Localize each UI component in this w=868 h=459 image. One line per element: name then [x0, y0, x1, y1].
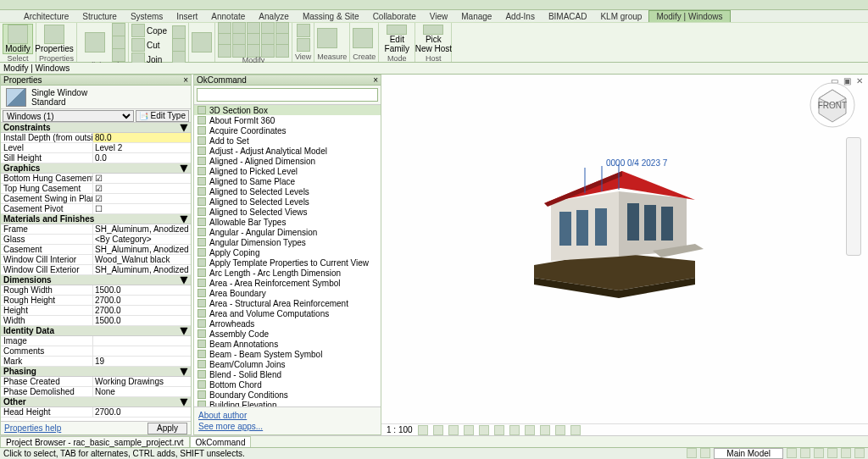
create-icon[interactable]: [353, 28, 373, 48]
prop-category[interactable]: Identity Data⯆: [1, 326, 191, 336]
command-item[interactable]: Beam - Beam System Symbol: [194, 349, 381, 359]
menu-klm-group[interactable]: KLM group: [593, 11, 648, 22]
close-icon[interactable]: ×: [183, 75, 188, 85]
command-item[interactable]: Angular Dimension Types: [194, 237, 381, 247]
menu-add-ins[interactable]: Add-Ins: [498, 11, 541, 22]
prop-category[interactable]: Materials and Finishes⯆: [1, 214, 191, 224]
command-item[interactable]: Building Elevation: [194, 400, 381, 407]
menu-systems[interactable]: Systems: [124, 11, 170, 22]
command-item[interactable]: Allowable Bar Types: [194, 217, 381, 227]
match[interactable]: [112, 49, 125, 61]
prop-row[interactable]: Height2700.0: [1, 306, 191, 316]
prop-row[interactable]: Image: [1, 336, 191, 346]
paste-tool[interactable]: [80, 27, 110, 58]
command-item[interactable]: Area - Area Reinforcement Symbol: [194, 278, 381, 288]
command-item[interactable]: Aligned - Aligned Dimension: [194, 156, 381, 166]
pick-new-host-button[interactable]: Pick New Host: [418, 24, 448, 54]
command-item[interactable]: Arc Length - Arc Length Dimension: [194, 268, 381, 278]
tab-project-browser[interactable]: Project Browser - rac_basic_sample_proje…: [0, 436, 190, 447]
command-item[interactable]: Aligned to Selected Levels: [194, 186, 381, 196]
prop-row[interactable]: Casement Swing in Plan☑: [1, 194, 191, 204]
command-item[interactable]: Beam Annotations: [194, 339, 381, 349]
menu-view[interactable]: View: [423, 11, 455, 22]
command-item[interactable]: Aligned to Selected Views: [194, 207, 381, 217]
prop-category[interactable]: Dimensions⯆: [1, 275, 191, 285]
menu-modify-windows[interactable]: Modify | Windows: [648, 10, 730, 23]
command-item[interactable]: Apply Coping: [194, 247, 381, 257]
prop-row[interactable]: Mark19: [1, 357, 191, 367]
menubar[interactable]: ArchitectureStructureSystemsInsertAnnota…: [0, 10, 868, 22]
command-item[interactable]: Adjust - Adjust Analytical Model: [194, 146, 381, 156]
prop-row[interactable]: LevelLevel 2: [1, 143, 191, 153]
apply-button[interactable]: Apply: [147, 423, 187, 434]
menu-architecture[interactable]: Architecture: [17, 11, 75, 22]
command-list[interactable]: 3D Section BoxAbout FormIt 360Acquire Co…: [194, 104, 381, 407]
prop-row[interactable]: Window Cill ExteriorSH_Aluminum, Anodize…: [1, 265, 191, 275]
command-item[interactable]: Area and Volume Computations: [194, 308, 381, 318]
edit-family-button[interactable]: Edit Family: [381, 24, 412, 54]
building-model[interactable]: 0000 0/4 2023 7: [526, 142, 712, 303]
menu-insert[interactable]: Insert: [170, 11, 204, 22]
prop-row[interactable]: Top Hung Casement☑: [1, 184, 191, 194]
cut-clip[interactable]: [112, 24, 125, 36]
command-item[interactable]: Bottom Chord: [194, 379, 381, 390]
prop-category[interactable]: Graphics⯆: [1, 163, 191, 174]
cope-icon[interactable]: [131, 24, 145, 37]
menu-collaborate[interactable]: Collaborate: [366, 11, 423, 22]
command-item[interactable]: Area Boundary: [194, 288, 381, 298]
prop-row[interactable]: Rough Width1500.0: [1, 285, 191, 296]
prop-row[interactable]: CasementSH_Aluminum, Anodized Black: [1, 245, 191, 255]
command-item[interactable]: Boundary Conditions: [194, 390, 381, 400]
prop-row[interactable]: Sill Height0.0: [1, 153, 191, 163]
filter-select[interactable]: Windows (1): [3, 110, 134, 122]
edit-type-button[interactable]: 📑 Edit Type: [136, 110, 189, 122]
search-input[interactable]: [197, 88, 378, 102]
command-item[interactable]: Aligned to Selected Levels: [194, 196, 381, 207]
activate-icon[interactable]: [192, 32, 212, 53]
close-view-icon[interactable]: ✕: [856, 76, 863, 86]
menu-structure[interactable]: Structure: [75, 11, 124, 22]
command-item[interactable]: Blend - Solid Blend: [194, 369, 381, 379]
command-item[interactable]: Area - Structural Area Reinforcement: [194, 298, 381, 308]
navigation-bar[interactable]: [846, 137, 861, 256]
prop-row[interactable]: Window Cill InteriorWood_Walnut black: [1, 255, 191, 265]
viewcube[interactable]: FRONT: [809, 81, 856, 129]
command-item[interactable]: Acquire Coordinates: [194, 125, 381, 135]
copy-clip[interactable]: [112, 36, 125, 48]
properties-help-link[interactable]: Properties help: [4, 423, 61, 433]
command-item[interactable]: Aligned to Same Place: [194, 176, 381, 186]
properties-tool[interactable]: Properties: [39, 24, 70, 54]
prop-row[interactable]: FrameSH_Aluminum, Anodized Black: [1, 224, 191, 235]
command-item[interactable]: Angular - Angular Dimension: [194, 227, 381, 237]
prop-row[interactable]: Head Height2700.0: [1, 407, 191, 418]
prop-row[interactable]: Phase CreatedWorking Drawings: [1, 377, 191, 387]
command-item[interactable]: Apply Template Properties to Current Vie…: [194, 257, 381, 268]
scale-label[interactable]: 1 : 100: [387, 425, 413, 434]
prop-category[interactable]: Constraints⯆: [1, 123, 191, 133]
workset-select[interactable]: Main Model: [714, 448, 783, 459]
menu-annotate[interactable]: Annotate: [204, 11, 252, 22]
prop-category[interactable]: Other⯆: [1, 397, 191, 407]
command-item[interactable]: Aligned to Picked Level: [194, 166, 381, 176]
see-more-apps-link[interactable]: See more apps...: [198, 421, 376, 432]
view-control-bar[interactable]: 1 : 100: [381, 423, 868, 435]
prop-category[interactable]: Phasing⯆: [1, 367, 191, 377]
tab-okcommand[interactable]: OkCommand: [190, 436, 252, 447]
command-item[interactable]: About FormIt 360: [194, 115, 381, 125]
cut-geom-icon[interactable]: [131, 38, 145, 52]
command-item[interactable]: Beam/Column Joins: [194, 359, 381, 369]
command-item[interactable]: Assembly Code: [194, 329, 381, 339]
close-icon[interactable]: ×: [373, 75, 378, 85]
prop-row[interactable]: Rough Height2700.0: [1, 296, 191, 306]
command-item[interactable]: Add to Set: [194, 135, 381, 146]
command-item[interactable]: Arrowheads: [194, 318, 381, 329]
command-item[interactable]: 3D Section Box: [194, 105, 381, 115]
prop-row[interactable]: Casement Pivot☐: [1, 204, 191, 214]
prop-row[interactable]: Phase DemolishedNone: [1, 387, 191, 397]
prop-row[interactable]: Comments: [1, 346, 191, 357]
modify-tool[interactable]: Modify: [3, 24, 33, 54]
menu-analyze[interactable]: Analyze: [252, 11, 296, 22]
prop-row[interactable]: Glass<By Category>: [1, 235, 191, 245]
panel-tabs[interactable]: Project Browser - rac_basic_sample_proje…: [0, 435, 868, 447]
about-author-link[interactable]: About author: [198, 410, 376, 421]
